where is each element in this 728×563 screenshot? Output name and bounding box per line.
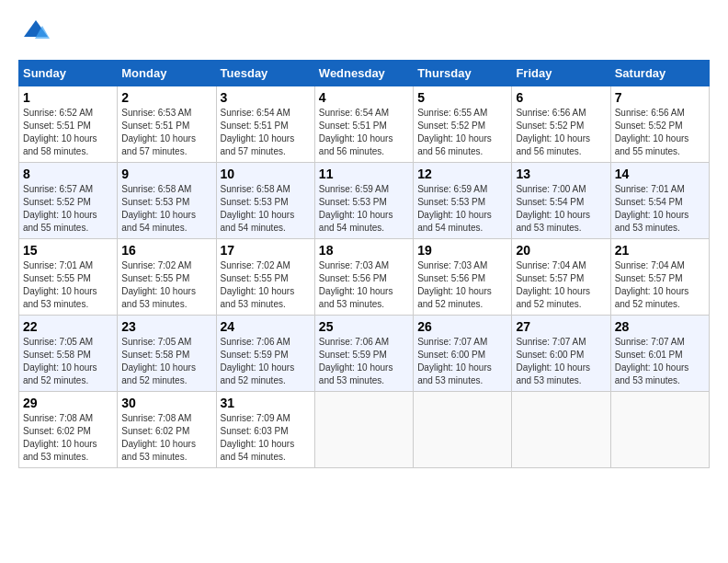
table-row	[414, 392, 512, 468]
day-detail: Sunrise: 7:08 AM Sunset: 6:02 PM Dayligh…	[23, 412, 113, 464]
table-row	[314, 392, 413, 468]
day-detail: Sunrise: 7:09 AM Sunset: 6:03 PM Dayligh…	[221, 412, 311, 464]
day-number: 6	[516, 90, 606, 105]
day-detail: Sunrise: 7:05 AM Sunset: 5:58 PM Dayligh…	[121, 336, 211, 387]
table-row: 31Sunrise: 7:09 AM Sunset: 6:03 PM Dayli…	[216, 392, 314, 468]
header-cell-monday: Monday	[118, 61, 216, 86]
day-detail: Sunrise: 7:04 AM Sunset: 5:57 PM Dayligh…	[615, 259, 705, 311]
table-row: 10Sunrise: 6:58 AM Sunset: 5:53 PM Dayli…	[216, 163, 314, 239]
day-number: 27	[516, 319, 606, 334]
table-row: 28Sunrise: 7:07 AM Sunset: 6:01 PM Dayli…	[610, 316, 709, 392]
day-detail: Sunrise: 7:05 AM Sunset: 5:58 PM Dayligh…	[23, 336, 113, 387]
day-number: 21	[615, 243, 705, 258]
table-row	[512, 392, 610, 468]
day-detail: Sunrise: 7:06 AM Sunset: 5:59 PM Dayligh…	[319, 336, 409, 387]
day-detail: Sunrise: 7:04 AM Sunset: 5:57 PM Dayligh…	[516, 259, 606, 311]
table-row: 19Sunrise: 7:03 AM Sunset: 5:56 PM Dayli…	[414, 239, 512, 316]
day-number: 23	[121, 319, 211, 334]
day-number: 18	[319, 243, 409, 258]
day-detail: Sunrise: 6:56 AM Sunset: 5:52 PM Dayligh…	[615, 107, 705, 158]
table-row: 11Sunrise: 6:59 AM Sunset: 5:53 PM Dayli…	[314, 163, 413, 239]
table-row: 23Sunrise: 7:05 AM Sunset: 5:58 PM Dayli…	[118, 316, 216, 392]
table-row: 29Sunrise: 7:08 AM Sunset: 6:02 PM Dayli…	[19, 392, 118, 468]
table-row: 27Sunrise: 7:07 AM Sunset: 6:00 PM Dayli…	[512, 316, 610, 392]
table-row: 20Sunrise: 7:04 AM Sunset: 5:57 PM Dayli…	[512, 239, 610, 316]
day-detail: Sunrise: 7:06 AM Sunset: 5:59 PM Dayligh…	[221, 336, 311, 387]
table-row: 6Sunrise: 6:56 AM Sunset: 5:52 PM Daylig…	[512, 86, 610, 163]
header-cell-wednesday: Wednesday	[314, 61, 413, 86]
week-row-1: 1Sunrise: 6:52 AM Sunset: 5:51 PM Daylig…	[19, 86, 710, 163]
logo-icon	[22, 18, 50, 46]
day-detail: Sunrise: 6:55 AM Sunset: 5:52 PM Dayligh…	[417, 107, 507, 158]
day-number: 31	[221, 396, 311, 410]
table-row	[610, 392, 709, 468]
table-row: 30Sunrise: 7:08 AM Sunset: 6:02 PM Dayli…	[118, 392, 216, 468]
day-detail: Sunrise: 6:56 AM Sunset: 5:52 PM Dayligh…	[516, 107, 606, 158]
table-row: 8Sunrise: 6:57 AM Sunset: 5:52 PM Daylig…	[19, 163, 118, 239]
header-cell-friday: Friday	[512, 61, 610, 86]
day-detail: Sunrise: 7:02 AM Sunset: 5:55 PM Dayligh…	[121, 259, 211, 311]
calendar-header: SundayMondayTuesdayWednesdayThursdayFrid…	[19, 61, 710, 86]
header-row: SundayMondayTuesdayWednesdayThursdayFrid…	[19, 61, 710, 86]
table-row: 18Sunrise: 7:03 AM Sunset: 5:56 PM Dayli…	[314, 239, 413, 316]
day-detail: Sunrise: 6:58 AM Sunset: 5:53 PM Dayligh…	[221, 183, 311, 235]
day-number: 30	[121, 396, 211, 410]
table-row: 14Sunrise: 7:01 AM Sunset: 5:54 PM Dayli…	[610, 163, 709, 239]
day-number: 3	[221, 90, 311, 105]
day-number: 4	[319, 90, 409, 105]
day-detail: Sunrise: 6:54 AM Sunset: 5:51 PM Dayligh…	[319, 107, 409, 158]
header-cell-tuesday: Tuesday	[216, 61, 314, 86]
day-number: 16	[121, 243, 211, 258]
day-detail: Sunrise: 6:57 AM Sunset: 5:52 PM Dayligh…	[23, 183, 113, 235]
day-detail: Sunrise: 6:58 AM Sunset: 5:53 PM Dayligh…	[121, 183, 211, 235]
day-detail: Sunrise: 7:01 AM Sunset: 5:55 PM Dayligh…	[23, 259, 113, 311]
day-detail: Sunrise: 7:07 AM Sunset: 6:00 PM Dayligh…	[417, 336, 507, 387]
day-detail: Sunrise: 7:08 AM Sunset: 6:02 PM Dayligh…	[121, 412, 211, 464]
header-cell-thursday: Thursday	[414, 61, 512, 86]
table-row: 12Sunrise: 6:59 AM Sunset: 5:53 PM Dayli…	[414, 163, 512, 239]
day-number: 24	[221, 319, 311, 334]
day-number: 2	[121, 90, 211, 105]
week-row-5: 29Sunrise: 7:08 AM Sunset: 6:02 PM Dayli…	[19, 392, 710, 468]
day-number: 22	[23, 319, 113, 334]
day-detail: Sunrise: 7:00 AM Sunset: 5:54 PM Dayligh…	[516, 183, 606, 235]
logo	[18, 18, 50, 51]
table-row: 7Sunrise: 6:56 AM Sunset: 5:52 PM Daylig…	[610, 86, 709, 163]
day-detail: Sunrise: 7:07 AM Sunset: 6:00 PM Dayligh…	[516, 336, 606, 387]
day-number: 25	[319, 319, 409, 334]
day-number: 29	[23, 396, 113, 410]
day-detail: Sunrise: 6:59 AM Sunset: 5:53 PM Dayligh…	[417, 183, 507, 235]
header-cell-sunday: Sunday	[19, 61, 118, 86]
table-row: 1Sunrise: 6:52 AM Sunset: 5:51 PM Daylig…	[19, 86, 118, 163]
day-number: 26	[417, 319, 507, 334]
day-detail: Sunrise: 7:07 AM Sunset: 6:01 PM Dayligh…	[615, 336, 705, 387]
day-detail: Sunrise: 6:52 AM Sunset: 5:51 PM Dayligh…	[23, 107, 113, 158]
day-detail: Sunrise: 7:02 AM Sunset: 5:55 PM Dayligh…	[221, 259, 311, 311]
table-row: 13Sunrise: 7:00 AM Sunset: 5:54 PM Dayli…	[512, 163, 610, 239]
day-detail: Sunrise: 6:54 AM Sunset: 5:51 PM Dayligh…	[221, 107, 311, 158]
calendar-body: 1Sunrise: 6:52 AM Sunset: 5:51 PM Daylig…	[19, 86, 710, 468]
day-number: 8	[23, 167, 113, 181]
day-number: 10	[221, 167, 311, 181]
day-number: 28	[615, 319, 705, 334]
header-cell-saturday: Saturday	[610, 61, 709, 86]
day-number: 20	[516, 243, 606, 258]
table-row: 24Sunrise: 7:06 AM Sunset: 5:59 PM Dayli…	[216, 316, 314, 392]
day-detail: Sunrise: 6:53 AM Sunset: 5:51 PM Dayligh…	[121, 107, 211, 158]
table-row: 15Sunrise: 7:01 AM Sunset: 5:55 PM Dayli…	[19, 239, 118, 316]
week-row-2: 8Sunrise: 6:57 AM Sunset: 5:52 PM Daylig…	[19, 163, 710, 239]
day-number: 7	[615, 90, 705, 105]
table-row: 17Sunrise: 7:02 AM Sunset: 5:55 PM Dayli…	[216, 239, 314, 316]
day-number: 5	[417, 90, 507, 105]
day-number: 1	[23, 90, 113, 105]
table-row: 3Sunrise: 6:54 AM Sunset: 5:51 PM Daylig…	[216, 86, 314, 163]
day-number: 15	[23, 243, 113, 258]
day-detail: Sunrise: 7:03 AM Sunset: 5:56 PM Dayligh…	[319, 259, 409, 311]
day-number: 14	[615, 167, 705, 181]
week-row-3: 15Sunrise: 7:01 AM Sunset: 5:55 PM Dayli…	[19, 239, 710, 316]
table-row: 2Sunrise: 6:53 AM Sunset: 5:51 PM Daylig…	[118, 86, 216, 163]
table-row: 9Sunrise: 6:58 AM Sunset: 5:53 PM Daylig…	[118, 163, 216, 239]
week-row-4: 22Sunrise: 7:05 AM Sunset: 5:58 PM Dayli…	[19, 316, 710, 392]
day-detail: Sunrise: 6:59 AM Sunset: 5:53 PM Dayligh…	[319, 183, 409, 235]
table-row: 4Sunrise: 6:54 AM Sunset: 5:51 PM Daylig…	[314, 86, 413, 163]
